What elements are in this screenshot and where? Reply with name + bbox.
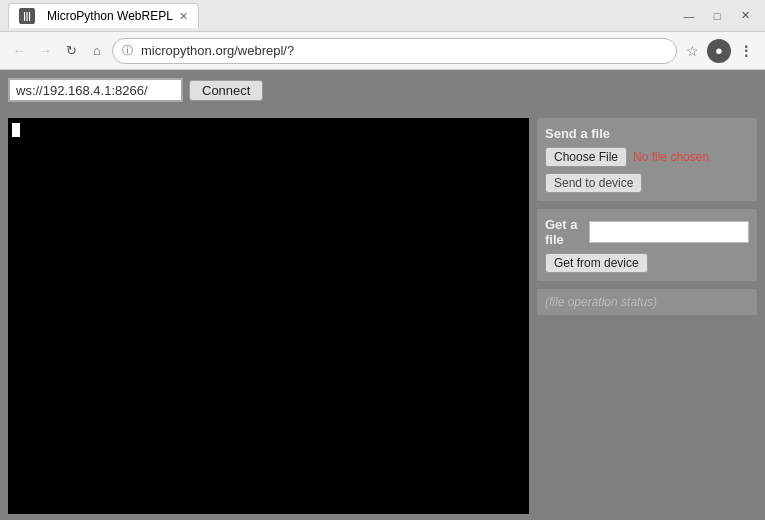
home-button[interactable]: ⌂ (86, 40, 108, 62)
restore-button[interactable]: □ (705, 6, 729, 26)
no-file-label: No file chosen (633, 150, 709, 164)
forward-button[interactable]: → (34, 40, 56, 62)
url-container: ⓘ (112, 38, 677, 64)
websocket-url-input[interactable] (8, 78, 183, 102)
bookmark-button[interactable]: ☆ (681, 40, 703, 62)
reload-button[interactable]: ↻ (60, 40, 82, 62)
send-to-device-button[interactable]: Send to device (545, 173, 642, 193)
menu-button[interactable]: ⋮ (735, 40, 757, 62)
send-file-title: Send a file (545, 126, 749, 141)
connect-button[interactable]: Connect (189, 80, 263, 101)
get-file-row: Get a file (545, 217, 749, 247)
minimize-button[interactable]: — (677, 6, 701, 26)
tab-icon: ||| (19, 8, 35, 24)
window-controls: — □ ✕ (677, 6, 757, 26)
title-bar: ||| MicroPython WebREPL ✕ — □ ✕ (0, 0, 765, 32)
choose-file-button[interactable]: Choose File (545, 147, 627, 167)
terminal[interactable] (8, 118, 529, 514)
get-from-device-button[interactable]: Get from device (545, 253, 648, 273)
get-file-title: Get a file (545, 217, 583, 247)
get-file-input[interactable] (589, 221, 749, 243)
browser-tab[interactable]: ||| MicroPython WebREPL ✕ (8, 3, 199, 28)
user-icon: ● (715, 43, 723, 58)
connect-section: Connect (0, 70, 765, 110)
url-input[interactable] (112, 38, 677, 64)
tab-close-button[interactable]: ✕ (179, 10, 188, 23)
send-file-section: Send a file Choose File No file chosen S… (537, 118, 757, 201)
get-file-section: Get a file Get from device (537, 209, 757, 281)
user-button[interactable]: ● (707, 39, 731, 63)
file-operation-status: (file operation status) (537, 289, 757, 315)
terminal-cursor (12, 123, 20, 137)
file-choose-row: Choose File No file chosen (545, 147, 749, 167)
close-button[interactable]: ✕ (733, 6, 757, 26)
back-button[interactable]: ← (8, 40, 30, 62)
main-content: Send a file Choose File No file chosen S… (0, 110, 765, 520)
address-bar: ← → ↻ ⌂ ⓘ ☆ ● ⋮ (0, 32, 765, 70)
lock-icon: ⓘ (122, 43, 133, 58)
tab-title: MicroPython WebREPL (47, 9, 173, 23)
right-panel: Send a file Choose File No file chosen S… (537, 118, 757, 514)
